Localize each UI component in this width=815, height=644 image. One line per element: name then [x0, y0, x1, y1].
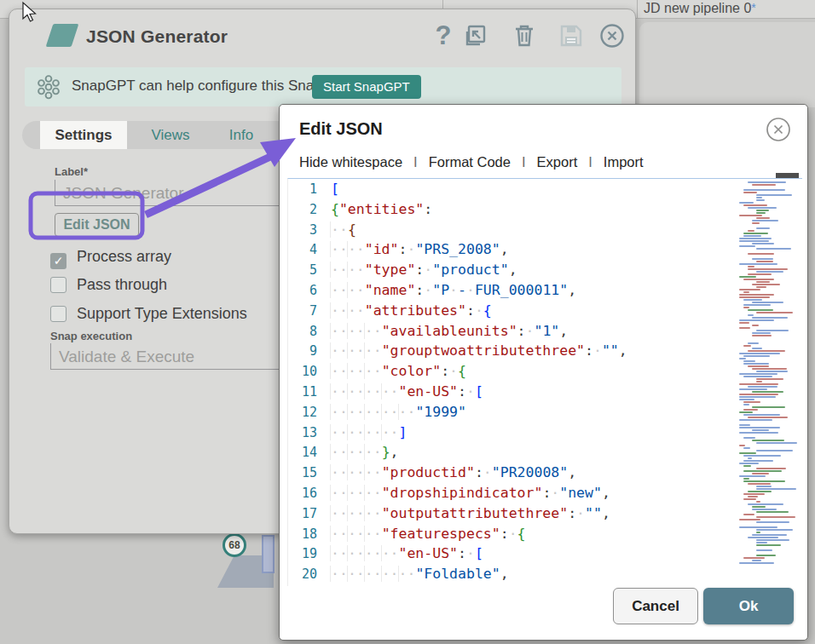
code-line[interactable]: 16······"dropshipindicator":·"new", — [288, 483, 802, 503]
line-number: 4 — [288, 240, 331, 261]
line-number: 18 — [288, 525, 331, 545]
minimap-line — [752, 243, 774, 244]
code-line[interactable]: 12··········"1999" — [288, 402, 802, 423]
checkbox-support-type-extensions[interactable] — [50, 306, 66, 322]
minimap-line — [748, 253, 774, 255]
minimap-line — [748, 273, 772, 275]
minimap-line — [756, 330, 789, 331]
json-code-editor[interactable]: 1[2{"entities":3··{4····"id":·"PRS_2008"… — [287, 178, 802, 586]
minimap-line — [739, 562, 774, 564]
code-line[interactable]: 10······"color":·{ — [288, 361, 802, 382]
minimap-line — [743, 414, 780, 416]
code-line[interactable]: 20··········"Foldable", — [288, 564, 802, 584]
pipeline-canvas[interactable] — [639, 22, 815, 107]
minimap-line — [748, 268, 788, 270]
minimap-line — [739, 202, 754, 204]
minimap-line — [752, 184, 776, 186]
editor-minimap[interactable] — [739, 181, 794, 572]
code-line[interactable]: 11········"en-US":·[ — [288, 382, 802, 402]
minimap-line — [743, 192, 757, 193]
minimap-line — [756, 539, 789, 541]
toolbar-format-code[interactable]: Format Code — [429, 154, 511, 170]
toolbar-hide-whitespace[interactable]: Hide whitespace — [299, 154, 402, 170]
close-icon[interactable] — [598, 22, 626, 49]
code-line[interactable]: 9······"grouptwoattributethree":·"", — [288, 341, 802, 361]
minimap-line — [739, 319, 774, 321]
line-number: 19 — [288, 544, 331, 565]
line-number: 12 — [288, 403, 331, 423]
minimap-line — [739, 526, 777, 528]
minimap-line — [748, 365, 769, 367]
modal-close-icon[interactable] — [765, 116, 792, 143]
toolbar-import[interactable]: Import — [604, 154, 644, 170]
cancel-button[interactable]: Cancel — [613, 588, 698, 624]
minimap-line — [743, 355, 770, 357]
tab-settings[interactable]: Settings — [40, 121, 127, 149]
checkbox-label: Pass through — [77, 276, 167, 293]
code-line[interactable]: 8······"availableunits":·"1", — [288, 321, 802, 342]
minimap-line — [739, 245, 755, 247]
help-icon[interactable]: ? — [430, 22, 457, 49]
minimap-line — [752, 534, 787, 536]
code-line[interactable]: 17······"outputattributethree":·"", — [288, 503, 802, 524]
minimap-line — [739, 353, 780, 354]
editor-scrollbar[interactable] — [776, 173, 799, 178]
modal-title: Edit JSON — [299, 119, 383, 139]
checkbox-row: Pass through — [50, 276, 167, 294]
code-line[interactable]: 18······"featurespecs":·{ — [288, 524, 802, 544]
code-line[interactable]: 7····"attributes":·{ — [288, 301, 802, 321]
minimap-line — [743, 460, 773, 462]
checkbox-label: Support Type Extensions — [77, 305, 247, 322]
code-area[interactable]: 1[2{"entities":3··{4····"id":·"PRS_2008"… — [288, 179, 802, 584]
code-line[interactable]: 5····"type":·"product", — [288, 260, 802, 280]
pipeline-tab[interactable]: JD new pipeline 0* — [644, 1, 756, 16]
minimap-line — [752, 506, 766, 508]
snap-connector[interactable] — [262, 535, 275, 573]
minimap-line — [739, 388, 767, 390]
code-line[interactable]: 3··{ — [288, 220, 802, 240]
minimap-line — [748, 309, 773, 311]
minimap-line — [752, 317, 788, 319]
minimap-line — [756, 450, 793, 451]
minimap-line — [752, 368, 787, 370]
start-snapgpt-button[interactable]: Start SnapGPT — [312, 75, 421, 99]
code-line[interactable]: 14······}, — [288, 442, 802, 463]
export-icon[interactable] — [462, 22, 489, 49]
minimap-line — [756, 544, 781, 546]
minimap-line — [756, 217, 770, 219]
toolbar-export[interactable]: Export — [537, 154, 578, 170]
code-line[interactable]: 2{"entities": — [288, 199, 802, 220]
editor-toolbar: Hide whitespaceIFormat CodeIExportIImpor… — [299, 154, 644, 170]
label-field-input[interactable]: JSON Generator — [55, 180, 295, 206]
snap-execution-select[interactable]: Validate & Execute — [50, 343, 291, 370]
minimap-line — [752, 258, 773, 260]
minimap-line — [743, 345, 751, 347]
minimap-line — [748, 386, 777, 388]
checkbox-process-array[interactable]: ✓ — [50, 253, 66, 269]
minimap-line — [748, 503, 783, 505]
line-number: 8 — [288, 322, 331, 342]
minimap-line — [756, 516, 795, 518]
minimap-line — [743, 480, 785, 482]
minimap-line — [752, 560, 761, 561]
tab-info[interactable]: Info — [217, 121, 266, 149]
code-line[interactable]: 4····"id":·"PRS_2008", — [288, 239, 802, 260]
minimap-line — [739, 463, 759, 464]
minimap-line — [739, 358, 746, 359]
minimap-line — [739, 445, 745, 446]
minimap-line — [739, 396, 776, 398]
code-line[interactable]: 1[ — [288, 179, 802, 199]
minimap-line — [756, 248, 791, 250]
edit-json-button[interactable]: Edit JSON — [55, 213, 139, 237]
minimap-line — [756, 210, 769, 211]
code-line[interactable]: 13········] — [288, 423, 802, 443]
code-line[interactable]: 6····"name":·"P·-·FUR_000011", — [288, 280, 802, 301]
minimap-line — [752, 284, 780, 285]
checkbox-pass-through[interactable] — [50, 277, 66, 293]
code-line[interactable]: 19········"en-US":·[ — [288, 543, 802, 564]
ok-button[interactable]: Ok — [703, 588, 794, 624]
code-line[interactable]: 15······"productid":·"PR20008", — [288, 463, 802, 483]
tab-views[interactable]: Views — [141, 121, 200, 149]
delete-icon[interactable] — [511, 22, 538, 49]
minimap-line — [752, 335, 772, 336]
